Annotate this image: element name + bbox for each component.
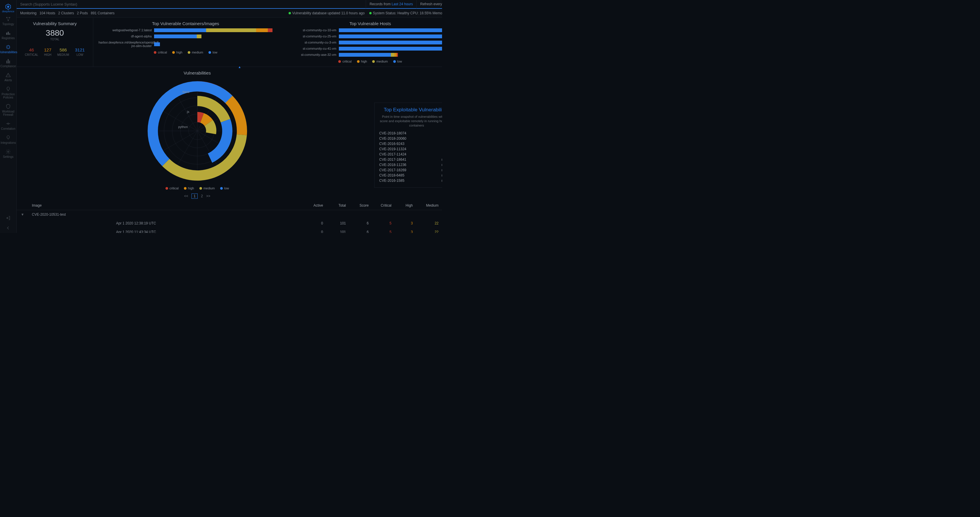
- exploit-row[interactable]: CVE-2017-18641medium: [379, 157, 442, 162]
- exploit-row[interactable]: CVE-2016-9243high: [379, 141, 442, 146]
- exploit-row[interactable]: CVE-2018-6485medium: [379, 173, 442, 178]
- refresh-interval[interactable]: Refresh every 5 seconds: [416, 0, 442, 8]
- legend-low[interactable]: low: [208, 51, 218, 54]
- nav-protection-policies[interactable]: Protection Policies: [0, 84, 16, 102]
- pods-count[interactable]: 2 Pods: [77, 11, 88, 15]
- nav-integrations[interactable]: Integrations: [0, 133, 16, 147]
- nav-compliance[interactable]: Compliance: [0, 56, 16, 70]
- nav-correlation[interactable]: Correlation: [0, 119, 16, 133]
- table-row[interactable]: Apr 1 2020 12:38:19 UTC01016532271: [17, 219, 442, 227]
- table-row[interactable]: Apr 1 2020 11:43:34 UTC01016532271: [17, 227, 442, 233]
- col-score[interactable]: Score: [348, 204, 369, 207]
- exploit-row[interactable]: CVE-2016-1585medium: [379, 178, 442, 183]
- legend-high[interactable]: high: [184, 186, 194, 190]
- nav-vulnerabilities[interactable]: Vulnerabilities: [0, 42, 16, 56]
- pager: << 1 2 >>: [20, 194, 374, 198]
- bar-row[interactable]: st-community-cu-25-vm: [283, 35, 442, 38]
- exploit-row[interactable]: CVE-2018-18074critical: [379, 130, 442, 136]
- bar-row[interactable]: harbor.deepfence.ml/deepfence/openjdk:8-…: [99, 41, 273, 48]
- brand-logo[interactable]: deepfence: [2, 2, 14, 14]
- col-total[interactable]: Total: [325, 204, 346, 207]
- nav-settings[interactable]: Settings: [0, 147, 16, 161]
- exploit-row[interactable]: CVE-2017-18269medium: [379, 167, 442, 173]
- nav-alerts[interactable]: Alerts: [0, 70, 16, 84]
- pager-prev[interactable]: <<: [184, 194, 188, 198]
- db-status: Vulnerability database updated 11.0 hour…: [289, 11, 364, 15]
- bar-track: [154, 29, 273, 32]
- hosts-title: Top Vulnerable Hosts: [283, 21, 442, 26]
- cve-id: CVE-2017-18641: [379, 157, 406, 162]
- radial-label-base: base: [183, 90, 190, 94]
- legend-medium[interactable]: medium: [199, 186, 215, 190]
- col-medium[interactable]: Medium: [415, 204, 439, 207]
- row-score: 6: [348, 230, 369, 233]
- clusters-count[interactable]: 2 Clusters: [58, 11, 74, 15]
- pager-next[interactable]: >>: [206, 194, 210, 198]
- legend-low[interactable]: low: [220, 186, 229, 190]
- exploit-row[interactable]: CVE-2018-20060critical: [379, 136, 442, 141]
- containers-count[interactable]: 891 Containers: [91, 11, 114, 15]
- legend-low[interactable]: low: [393, 60, 402, 63]
- legend-critical[interactable]: critical: [154, 51, 167, 54]
- bar-row[interactable]: webgoat/webgoat-7.1:latest: [99, 29, 273, 32]
- cve-id: CVE-2018-6485: [379, 173, 404, 177]
- bar-row[interactable]: st-community-cu-41-vm: [283, 47, 442, 51]
- cve-id: CVE-2017-18269: [379, 168, 406, 172]
- row-active: 0: [300, 221, 323, 225]
- legend-critical[interactable]: critical: [165, 186, 179, 190]
- expand-icon[interactable]: ▼: [21, 213, 30, 216]
- col-critical[interactable]: Critical: [371, 204, 391, 207]
- cve-id: CVE-2016-1585: [379, 178, 404, 183]
- search-input[interactable]: [17, 2, 366, 6]
- bar-row[interactable]: st-community-cu-10-vm: [283, 29, 442, 32]
- col-high[interactable]: High: [394, 204, 413, 207]
- summary-total: 3880: [22, 29, 88, 38]
- records-range[interactable]: Records from Last 24 hours: [366, 0, 416, 8]
- logout-icon[interactable]: [0, 213, 16, 223]
- bar-track: [339, 41, 442, 45]
- summary-low[interactable]: 3121LOW: [75, 47, 85, 56]
- summary-medium[interactable]: 586MEDIUM: [57, 47, 69, 56]
- vulnerability-summary-panel: Vulnerability Summary 3880 TOTAL 46CRITI…: [17, 17, 93, 67]
- nav-registries[interactable]: Registries: [0, 28, 16, 42]
- nav-workload-firewall[interactable]: Workload Firewall: [0, 102, 16, 119]
- legend-high[interactable]: high: [357, 60, 367, 63]
- exploit-row[interactable]: CVE-2018-11236medium: [379, 162, 442, 167]
- bar-label: st-community-cu-41-vm: [283, 47, 339, 50]
- summary-high[interactable]: 127HIGH: [44, 47, 51, 56]
- bar-row[interactable]: st-community-cu-3-vm: [283, 41, 442, 45]
- summary-critical[interactable]: 46CRITICAL: [25, 47, 38, 56]
- cve-id: CVE-2018-18074: [379, 131, 406, 135]
- row-medium: 22: [415, 230, 439, 233]
- radial-chart[interactable]: [145, 78, 250, 183]
- collapse-sidebar-icon[interactable]: [0, 223, 16, 233]
- radial-label-python: python: [178, 125, 188, 129]
- col-active[interactable]: Active: [300, 204, 323, 207]
- row-critical: 5: [371, 230, 391, 233]
- bar-track: [154, 35, 273, 38]
- exploit-row[interactable]: CVE-2017-11424high: [379, 152, 442, 157]
- legend-medium[interactable]: medium: [188, 51, 203, 54]
- exploit-row[interactable]: CVE-2019-11324high: [379, 146, 442, 152]
- legend-medium[interactable]: medium: [372, 60, 388, 63]
- row-high: 3: [394, 230, 413, 233]
- hosts-count[interactable]: 104 Hosts: [40, 11, 55, 15]
- cve-severity: medium: [441, 163, 442, 167]
- radial-label-js: js: [187, 110, 189, 113]
- cve-severity: medium: [441, 178, 442, 183]
- legend-high[interactable]: high: [172, 51, 183, 54]
- severity-legend: critical high medium low: [283, 60, 442, 63]
- bar-label: webgoat/webgoat-7.1:latest: [99, 29, 154, 32]
- col-low[interactable]: Low: [441, 204, 442, 207]
- bar-label: st-community-ase-32-vm: [283, 53, 339, 56]
- col-image[interactable]: Image: [32, 204, 114, 207]
- bar-row[interactable]: st-community-ase-32-vm: [283, 53, 442, 57]
- pager-page-1[interactable]: 1: [191, 194, 198, 199]
- table-group-row[interactable]: ▼ CVE-2020-10531-test: [17, 210, 442, 219]
- nav-topology[interactable]: Topology: [0, 14, 16, 28]
- svg-point-9: [8, 151, 9, 153]
- bar-row[interactable]: df-agent-alpha: [99, 35, 273, 38]
- pager-page-2[interactable]: 2: [201, 194, 203, 198]
- severity-legend: critical high medium low: [20, 186, 374, 190]
- legend-critical[interactable]: critical: [338, 60, 352, 63]
